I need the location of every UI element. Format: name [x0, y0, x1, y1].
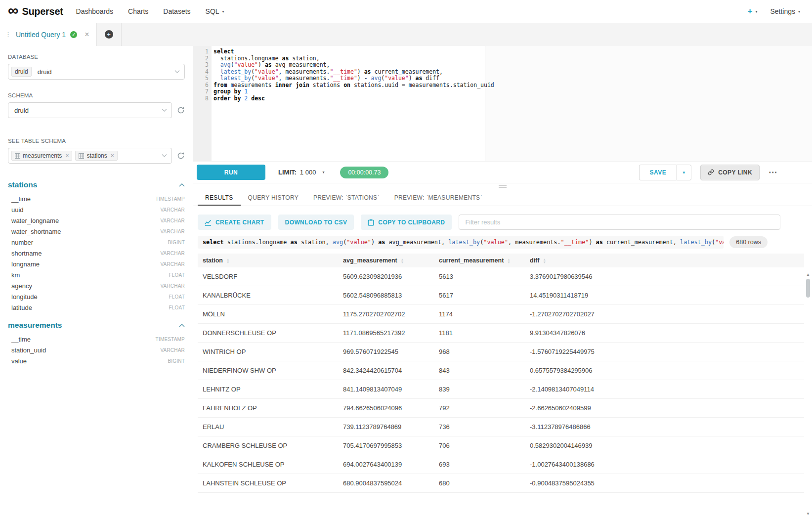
copy-clipboard-button[interactable]: COPY TO CLIPBOARD	[361, 215, 452, 230]
nav-item-dashboards[interactable]: Dashboards	[76, 7, 114, 15]
cell-station: ERLAU	[198, 418, 338, 436]
nav-item-sql[interactable]: SQL▾	[206, 7, 224, 15]
scroll-down-icon[interactable]: ▼	[806, 512, 810, 516]
column-type: FLOAT	[169, 294, 185, 300]
column-type: BIGINT	[168, 358, 185, 364]
sort-icon[interactable]: ▲▼	[226, 258, 229, 263]
table-row: CRAMBERG SCHLEUSE OP705.4170697995853706…	[198, 436, 804, 455]
new-item-dropdown[interactable]: +▾	[747, 6, 757, 16]
results-tab-query-history[interactable]: QUERY HISTORY	[241, 190, 306, 206]
executed-query-preview[interactable]: select stations.longname as station, avg…	[198, 236, 724, 249]
cell-station: LAHNSTEIN SCHLEUSE OP	[198, 474, 338, 493]
sort-icon[interactable]: ▲▼	[507, 258, 510, 263]
cell-avg-measurement: 739.1123789764869	[338, 418, 434, 436]
refresh-tables-icon[interactable]	[177, 152, 185, 160]
table-row: KANALBRÜCKE5602.548096885813561714.45190…	[198, 286, 804, 305]
table-schema-select[interactable]: measurements×stations×	[8, 148, 172, 164]
database-select[interactable]: druid druid	[8, 64, 185, 80]
sort-icon[interactable]: ▲▼	[543, 258, 546, 263]
scrollbar-thumb[interactable]	[806, 279, 810, 298]
column-type: TIMESTAMP	[156, 337, 185, 342]
refresh-schema-icon[interactable]	[177, 106, 185, 114]
grip-icon	[499, 185, 507, 188]
add-tab-icon: +	[105, 30, 113, 39]
chart-icon	[205, 219, 212, 226]
column-name: value	[11, 357, 27, 365]
settings-menu[interactable]: Settings▾	[770, 7, 800, 15]
column-header-label: current_measurement	[439, 257, 504, 264]
close-tab-icon[interactable]: ×	[85, 30, 89, 39]
limit-dropdown[interactable]: LIMIT: 1 000 ▾	[278, 169, 324, 176]
nav-item-charts[interactable]: Charts	[128, 7, 148, 15]
column-header-station[interactable]: station▲▼	[198, 254, 338, 267]
sql-editor[interactable]: 12345678 select stations.longname as sta…	[193, 46, 812, 161]
remove-tag-icon[interactable]: ×	[65, 152, 69, 159]
run-button[interactable]: RUN	[197, 165, 265, 180]
table-row: LEHNITZ OP841.1409813407049839-2.1409813…	[198, 380, 804, 399]
results-actions: CREATE CHART DOWNLOAD TO CSV COPY TO CLI…	[193, 206, 812, 230]
table-tag-measurements[interactable]: measurements×	[11, 151, 72, 161]
column-type: VARCHAR	[160, 283, 185, 289]
database-value: druid	[38, 68, 52, 76]
collapse-icon[interactable]	[179, 183, 185, 187]
superset-logo-icon: ∞	[8, 3, 18, 18]
results-tab-preview-measurements[interactable]: PREVIEW: `MEASUREMENTS`	[387, 190, 490, 206]
sqllab-workspace: 12345678 select stations.longname as sta…	[193, 46, 812, 519]
results-tabbar: RESULTSQUERY HISTORYPREVIEW: `STATIONS`P…	[193, 190, 812, 206]
collapse-icon[interactable]	[179, 324, 185, 327]
cell-station: LEHNITZ OP	[198, 380, 338, 399]
sort-icon[interactable]: ▲▼	[401, 258, 404, 263]
column-type: VARCHAR	[160, 218, 185, 223]
column-row: numberBIGINT	[8, 237, 185, 248]
remove-tag-icon[interactable]: ×	[111, 152, 114, 159]
copy-clipboard-label: COPY TO CLIPBOARD	[378, 219, 445, 226]
column-header-avg-measurement[interactable]: avg_measurement▲▼	[338, 254, 434, 267]
sql-line: from measurements inner join stations on…	[214, 82, 812, 89]
column-name: water_longname	[11, 217, 59, 224]
cell-current-measurement: 693	[434, 455, 525, 474]
column-type: VARCHAR	[160, 251, 185, 256]
table-header-measurements[interactable]: measurements	[8, 321, 185, 330]
column-header-label: station	[203, 257, 223, 264]
copy-link-button[interactable]: COPY LINK	[700, 165, 760, 180]
cell-diff: 14.45190311418719	[525, 286, 804, 305]
results-tab-results[interactable]: RESULTS	[198, 190, 241, 206]
caret-down-icon: ▾	[683, 170, 685, 175]
cell-avg-measurement: 794.6626506024096	[338, 399, 434, 418]
nav-item-datasets[interactable]: Datasets	[163, 7, 190, 15]
table-header-stations[interactable]: stations	[8, 180, 185, 189]
caret-down-icon: ▾	[798, 9, 800, 14]
column-header-current-measurement[interactable]: current_measurement▲▼	[434, 254, 525, 267]
filter-results-input[interactable]	[459, 215, 780, 230]
table-row: KALKOFEN SCHLEUSE OP694.0027643400139693…	[198, 455, 804, 474]
superset-brand[interactable]: ∞ Superset	[8, 4, 63, 19]
new-tab-button[interactable]: +	[97, 23, 122, 46]
column-row: water_shortnameVARCHAR	[8, 226, 185, 237]
table-row: FAHRENHOLZ OP794.6626506024096792-2.6626…	[198, 399, 804, 418]
more-menu-icon[interactable]: ⋯	[769, 167, 777, 177]
save-button[interactable]: SAVE	[639, 165, 677, 180]
download-csv-button[interactable]: DOWNLOAD TO CSV	[278, 215, 354, 230]
schema-select[interactable]: druid	[8, 102, 172, 118]
results-scrollbar[interactable]: ▲ ▼	[805, 273, 811, 516]
scroll-up-icon[interactable]: ▲	[806, 273, 810, 277]
column-header-diff[interactable]: diff▲▼	[525, 254, 804, 267]
cell-station: DONNERSCHLEUSE OP	[198, 324, 338, 343]
sql-line: group by 1	[214, 88, 812, 95]
save-options-button[interactable]: ▾	[677, 165, 691, 180]
executed-query-row: select stations.longname as station, avg…	[198, 236, 768, 249]
sql-line: stations.longname as station,	[214, 55, 812, 62]
column-row: water_longnameVARCHAR	[8, 215, 185, 226]
nav-right: +▾ Settings▾	[747, 6, 800, 16]
column-name: latitude	[11, 304, 32, 311]
create-chart-button[interactable]: CREATE CHART	[198, 215, 271, 230]
column-row: agencyVARCHAR	[8, 280, 185, 291]
table-tag-stations[interactable]: stations×	[75, 151, 117, 161]
drag-handle-icon[interactable]: ⋮	[5, 31, 11, 38]
query-tab-active[interactable]: ⋮ Untitled Query 1 ✓ ×	[0, 23, 97, 46]
results-tab-preview-stations[interactable]: PREVIEW: `STATIONS`	[306, 190, 387, 206]
pane-resize-handle[interactable]	[193, 183, 812, 190]
cell-station: MÖLLN	[198, 305, 338, 324]
sql-code[interactable]: select stations.longname as station, avg…	[212, 46, 812, 161]
query-timer-badge: 00:00:00.73	[340, 167, 388, 178]
